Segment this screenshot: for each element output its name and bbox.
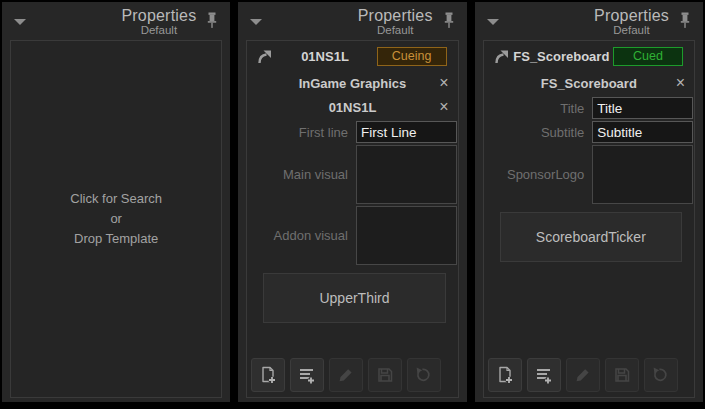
undo-button[interactable] <box>407 358 441 392</box>
panel-subtitle: Default <box>121 24 196 36</box>
drop-hint-line: or <box>110 209 122 229</box>
field-label: SponsorLogo <box>484 167 584 182</box>
panel-title: Properties <box>358 7 433 25</box>
fields-form: First line Main visual Addon visual <box>247 121 457 267</box>
new-template-button[interactable] <box>251 358 285 392</box>
template-section-title: 01NS1L <box>329 100 377 115</box>
drop-hint-line: Click for Search <box>70 189 162 209</box>
jump-to-template-arrow-icon[interactable] <box>491 49 510 65</box>
title-input[interactable] <box>592 97 693 119</box>
undo-icon <box>414 365 434 385</box>
graphic-section-header: InGame Graphics × <box>247 71 457 93</box>
template-section-header: 01NS1L × <box>247 95 457 117</box>
drop-hint-line: Drop Template <box>74 229 158 249</box>
edit-button[interactable] <box>329 358 363 392</box>
template-toolbar <box>484 358 694 397</box>
jump-to-template-arrow-icon[interactable] <box>254 49 273 65</box>
new-template-icon <box>258 365 278 385</box>
edit-icon <box>336 365 356 385</box>
field-label: Title <box>484 101 584 116</box>
add-to-rundown-button[interactable] <box>290 358 324 392</box>
undo-icon <box>651 365 671 385</box>
field-row: Main visual <box>247 145 457 204</box>
pin-icon[interactable] <box>443 12 455 32</box>
field-label: Subtitle <box>484 125 584 140</box>
spacer <box>247 323 457 358</box>
field-row: Addon visual <box>247 206 457 265</box>
template-section-header: FS_Scoreboard × <box>484 71 694 93</box>
sponsor-logo-dropbox[interactable] <box>592 145 693 204</box>
panel-title: Properties <box>121 7 196 25</box>
panel-menu-caret-icon[interactable] <box>487 18 501 26</box>
template-drop-zone[interactable]: Click for Search or Drop Template <box>10 40 222 398</box>
properties-panel-empty: Properties Default Click for Search or D… <box>2 2 230 402</box>
drop-hint[interactable]: Click for Search or Drop Template <box>11 41 221 397</box>
template-status-bar: 01NS1L Cueing <box>247 44 457 69</box>
save-icon <box>612 365 632 385</box>
status-badge: Cued <box>613 47 683 66</box>
add-to-rundown-icon <box>297 365 317 385</box>
panel-content: 01NS1L Cueing InGame Graphics × 01NS1L ×… <box>246 40 458 398</box>
subtitle-input[interactable] <box>592 121 693 143</box>
add-to-rundown-button[interactable] <box>527 358 561 392</box>
template-status-bar: FS_Scoreboard Cued <box>484 44 694 69</box>
panel-title-block: Properties Default <box>475 2 703 38</box>
save-button[interactable] <box>368 358 402 392</box>
panel-title: Properties <box>594 7 669 25</box>
properties-panel-scoreboard: Properties Default <box>475 2 703 402</box>
fields-form: Title Subtitle SponsorLogo <box>484 97 694 206</box>
panel-subtitle: Default <box>594 24 669 36</box>
panel-header: Properties Default <box>238 2 466 40</box>
upperthird-template-button[interactable]: UpperThird <box>263 273 445 323</box>
field-row: First line <box>247 121 457 143</box>
template-name: 01NS1L <box>273 49 376 64</box>
new-template-icon <box>495 365 515 385</box>
save-button[interactable] <box>605 358 639 392</box>
field-row: SponsorLogo <box>484 145 694 204</box>
close-icon[interactable]: × <box>676 73 685 92</box>
status-badge: Cueing <box>377 47 447 66</box>
pin-icon[interactable] <box>679 12 691 32</box>
panel-title-block: Properties Default <box>2 2 230 38</box>
panel-header: Properties Default <box>2 2 230 40</box>
panel-menu-caret-icon[interactable] <box>250 18 264 26</box>
panel-content: FS_Scoreboard Cued FS_Scoreboard × Title… <box>483 40 695 398</box>
edit-button[interactable] <box>566 358 600 392</box>
panel-subtitle: Default <box>358 24 433 36</box>
undo-button[interactable] <box>644 358 678 392</box>
field-row: Subtitle <box>484 121 694 143</box>
template-toolbar <box>247 358 457 397</box>
field-label: First line <box>248 125 348 140</box>
template-section-title: FS_Scoreboard <box>541 76 637 91</box>
close-icon[interactable]: × <box>439 97 448 116</box>
close-icon[interactable]: × <box>439 73 448 92</box>
field-label: Main visual <box>248 167 348 182</box>
graphic-section-title: InGame Graphics <box>299 76 407 91</box>
new-template-button[interactable] <box>488 358 522 392</box>
field-label: Addon visual <box>248 228 348 243</box>
first-line-input[interactable] <box>356 121 457 143</box>
addon-visual-dropbox[interactable] <box>356 206 457 265</box>
add-to-rundown-icon <box>534 365 554 385</box>
save-icon <box>375 365 395 385</box>
scoreboardticker-template-button[interactable]: ScoreboardTicker <box>500 212 682 262</box>
panel-title-block: Properties Default <box>238 2 466 38</box>
edit-icon <box>573 365 593 385</box>
main-visual-dropbox[interactable] <box>356 145 457 204</box>
panel-header: Properties Default <box>475 2 703 40</box>
field-row: Title <box>484 97 694 119</box>
properties-panel-ingame: Properties Default <box>238 2 466 402</box>
panel-menu-caret-icon[interactable] <box>14 18 28 26</box>
properties-panels-workspace: Properties Default Click for Search or D… <box>0 0 705 409</box>
pin-icon[interactable] <box>206 12 218 32</box>
spacer <box>484 262 694 358</box>
template-name: FS_Scoreboard <box>510 49 613 64</box>
